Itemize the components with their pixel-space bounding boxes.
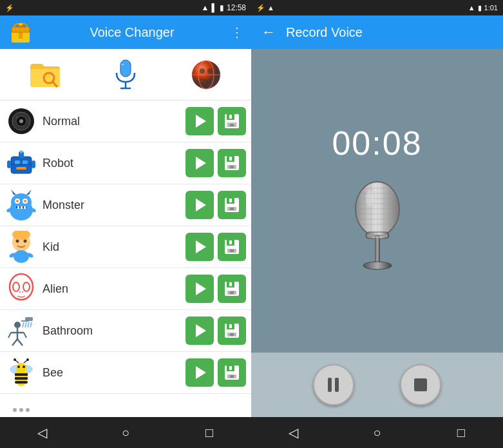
svg-line-91 [12, 339, 17, 346]
right-home-button[interactable]: ○ [357, 417, 396, 448]
right-wifi-indicator: ▲ [267, 4, 274, 12]
left-back-button[interactable]: ◁ [23, 417, 61, 448]
bathroom-play-button[interactable] [185, 317, 214, 345]
svg-point-75 [23, 282, 30, 291]
svg-point-111 [26, 358, 29, 361]
kid-label: Kid [43, 240, 185, 254]
monster-label: Monster [43, 199, 185, 212]
svg-rect-80 [229, 282, 232, 286]
play-triangle-monster [196, 199, 206, 211]
svg-point-19 [207, 68, 213, 73]
globe-button[interactable] [187, 55, 225, 94]
signal-icon: ▌ [211, 3, 217, 12]
microphone-button[interactable] [106, 55, 145, 94]
svg-rect-98 [230, 333, 234, 336]
alien-save-button[interactable] [218, 275, 246, 303]
right-back-button[interactable]: ◁ [274, 417, 312, 448]
save-icon-monster [223, 197, 240, 213]
alien-svg-icon [7, 273, 35, 305]
effect-row-robot: Robot [0, 142, 251, 184]
pause-button[interactable] [313, 364, 354, 405]
folder-search-button[interactable] [26, 55, 64, 94]
svg-rect-137 [375, 239, 380, 264]
more-effects-icon [8, 397, 34, 418]
svg-line-110 [24, 360, 27, 363]
play-triangle-alien [196, 282, 206, 295]
svg-rect-55 [24, 206, 26, 209]
bee-label: Bee [43, 366, 185, 380]
robot-play-button[interactable] [185, 149, 214, 177]
svg-marker-47 [26, 190, 32, 195]
robot-save-button[interactable] [218, 149, 246, 177]
svg-rect-36 [20, 150, 23, 153]
bee-svg-icon [6, 358, 36, 387]
right-signal-icon: ▲ [468, 4, 475, 12]
svg-rect-81 [230, 291, 234, 294]
svg-rect-10 [120, 60, 131, 77]
monster-svg-icon [6, 188, 37, 222]
kid-play-button[interactable] [185, 233, 214, 261]
normal-play-button[interactable] [185, 107, 214, 135]
robot-icon [5, 147, 37, 179]
svg-point-64 [16, 240, 19, 243]
kid-svg-icon [7, 231, 35, 263]
kid-save-button[interactable] [218, 233, 246, 261]
microphone-icon [113, 57, 138, 92]
menu-button[interactable]: ⋮ [231, 24, 243, 40]
svg-point-66 [14, 250, 29, 263]
effect-row-bee: Bee [0, 352, 251, 394]
folder-search-icon [28, 57, 62, 92]
mic-illustration [339, 175, 416, 278]
bathroom-icon [5, 315, 37, 347]
save-icon-bathroom [223, 322, 240, 339]
svg-point-139 [366, 191, 374, 206]
bee-save-button[interactable] [218, 358, 246, 387]
left-panel: ⚡ ▲ ▌ ▮ 12:58 Voice Changer ⋮ [0, 0, 251, 448]
gift-icon [9, 21, 32, 44]
stop-button[interactable] [400, 364, 441, 405]
speaker-icon [7, 107, 35, 135]
time-left: 12:58 [227, 3, 246, 12]
more-icon [5, 394, 37, 418]
svg-rect-43 [230, 166, 234, 168]
right-recent-button[interactable]: □ [442, 417, 480, 448]
bathroom-label: Bathroom [43, 324, 185, 338]
right-bottom-nav: ◁ ○ □ [251, 417, 503, 448]
back-button[interactable]: ← [261, 24, 276, 41]
battery-icon: ▮ [220, 3, 224, 12]
svg-rect-104 [15, 381, 28, 384]
normal-icon [5, 105, 37, 137]
svg-point-50 [16, 200, 19, 202]
monster-play-button[interactable] [185, 191, 214, 219]
svg-line-92 [17, 339, 23, 346]
svg-rect-28 [229, 115, 232, 119]
svg-rect-32 [15, 161, 20, 164]
kid-icon [5, 231, 37, 263]
normal-save-button[interactable] [218, 107, 246, 135]
svg-rect-33 [23, 161, 28, 164]
svg-point-51 [24, 200, 26, 202]
right-toolbar: ← Record Voice [251, 15, 503, 49]
bathroom-save-button[interactable] [218, 317, 246, 345]
pause-bar-right [335, 378, 339, 392]
monster-save-button[interactable] [218, 191, 246, 219]
effect-row-bathroom: Bathroom [0, 310, 251, 352]
svg-point-65 [24, 240, 27, 243]
bluetooth-icon: ⚡ [5, 4, 14, 12]
svg-rect-72 [230, 249, 234, 252]
bee-play-button[interactable] [185, 358, 214, 387]
right-status-icons: ⚡ ▲ [256, 4, 274, 12]
svg-line-84 [23, 322, 24, 327]
svg-point-109 [14, 358, 16, 361]
svg-rect-34 [16, 167, 26, 170]
svg-rect-103 [15, 377, 28, 380]
right-panel: ⚡ ▲ ▲ ▮ 1:01 ← Record Voice 00:08 [251, 0, 503, 448]
svg-line-94 [24, 333, 26, 338]
left-recent-button[interactable]: □ [190, 417, 229, 448]
svg-point-23 [19, 119, 23, 123]
svg-point-118 [26, 408, 30, 412]
app-logo [8, 19, 33, 45]
svg-rect-54 [21, 206, 23, 209]
left-home-button[interactable]: ○ [106, 417, 145, 448]
alien-play-button[interactable] [185, 275, 214, 303]
